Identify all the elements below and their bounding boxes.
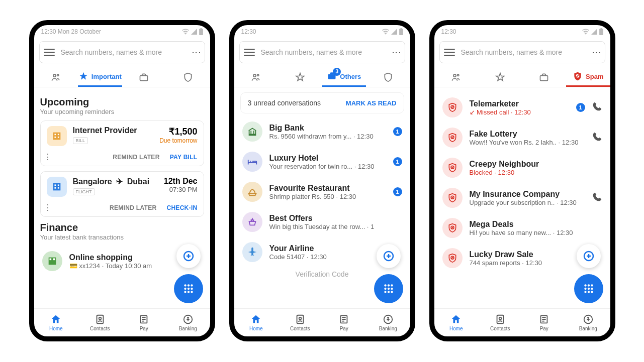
- row-title: Best Offers: [269, 214, 402, 223]
- spam-shield-icon: [442, 188, 463, 208]
- menu-icon[interactable]: [244, 49, 255, 56]
- checkin-button[interactable]: CHECK-IN: [166, 204, 197, 211]
- star-icon: [78, 71, 88, 81]
- svg-point-64: [584, 284, 586, 286]
- tab-others[interactable]: [122, 67, 166, 87]
- shield-icon: [183, 72, 193, 82]
- search-bar[interactable]: Search numbers, names & more ⋮: [439, 41, 605, 63]
- svg-point-38: [384, 284, 386, 286]
- pay-bill-button[interactable]: PAY BILL: [170, 154, 198, 161]
- tab-important[interactable]: [478, 67, 522, 87]
- list-item[interactable]: Fake Lottery Wow!! You've won Rs. 2 lakh…: [440, 123, 604, 153]
- tab-badge: 3: [333, 68, 341, 76]
- list-item[interactable]: Mega Deals Hi! you have so many new... ·…: [440, 213, 604, 243]
- nav-home[interactable]: Home: [234, 309, 279, 336]
- nav-contacts[interactable]: Contacts: [78, 309, 122, 336]
- tab-others[interactable]: 3 Others: [322, 67, 366, 87]
- nav-home[interactable]: Home: [34, 309, 78, 336]
- status-bar: 12:30: [434, 25, 610, 38]
- svg-rect-9: [57, 137, 59, 138]
- list-item[interactable]: Big Bank Rs. 9560 withdrawn from y... · …: [240, 116, 404, 147]
- menu-icon[interactable]: [44, 49, 55, 56]
- list-item[interactable]: Creepy Neighbour Blocked · 12:30: [440, 153, 604, 183]
- content-spam: Telemarketer ↙ Missed call · 12:30 1 Fak…: [434, 87, 610, 308]
- tab-spam[interactable]: [166, 67, 210, 87]
- list-item[interactable]: Best Offers Win big this Tuesday at the …: [240, 207, 404, 237]
- new-chat-fab[interactable]: [577, 244, 601, 268]
- search-bar[interactable]: Search numbers, names & more ⋮: [39, 41, 205, 63]
- tab-important[interactable]: Important: [78, 67, 122, 87]
- svg-point-74: [499, 317, 501, 320]
- svg-point-43: [391, 288, 393, 290]
- tab-personal[interactable]: [434, 67, 479, 87]
- card-date: 12th Dec: [164, 177, 198, 186]
- row-sub: Your reservation for twin ro... · 12:30: [269, 163, 386, 170]
- category-tabs: Important: [34, 67, 210, 87]
- card-time: 07:30 PM: [164, 186, 198, 193]
- search-input[interactable]: Search numbers, names & more: [61, 48, 187, 56]
- tab-important[interactable]: [278, 67, 322, 87]
- more-icon[interactable]: ⋮: [391, 48, 402, 56]
- card-more-icon[interactable]: ⋮: [44, 152, 52, 162]
- status-bar: 12:30: [234, 25, 410, 38]
- tab-personal[interactable]: [234, 67, 279, 87]
- phone-icon: [592, 132, 602, 144]
- nav-contacts[interactable]: Contacts: [478, 309, 522, 336]
- nav-banking[interactable]: Banking: [566, 309, 610, 336]
- nav-home[interactable]: Home: [434, 309, 479, 336]
- tab-spam[interactable]: Spam: [566, 67, 610, 87]
- tab-others[interactable]: [522, 67, 567, 87]
- nav-contacts[interactable]: Contacts: [278, 309, 322, 336]
- svg-rect-1: [200, 28, 202, 29]
- remind-later-button[interactable]: REMIND LATER: [110, 204, 156, 211]
- status-time: 12:30: [441, 28, 456, 35]
- dialpad-fab[interactable]: [374, 274, 403, 303]
- svg-rect-4: [140, 75, 148, 80]
- signal-icon: [191, 29, 197, 35]
- card-route: Bangalore ✈ Dubai: [73, 177, 150, 186]
- menu-icon[interactable]: [444, 49, 455, 56]
- svg-point-45: [387, 291, 389, 293]
- dialpad-fab[interactable]: [574, 274, 603, 303]
- svg-point-67: [584, 288, 586, 290]
- category-icon: [242, 182, 262, 202]
- reminder-card-bill[interactable]: Internet Provider BILL ₹1,500 Due tomorr…: [40, 120, 204, 166]
- svg-point-27: [191, 291, 193, 293]
- phone-icon: [592, 101, 602, 113]
- dialpad-fab[interactable]: [174, 274, 203, 303]
- phone-important: 12:30 Mon 28 October Search numbers, nam…: [29, 20, 215, 341]
- list-item[interactable]: Telemarketer ↙ Missed call · 12:30 1: [440, 92, 604, 123]
- svg-rect-0: [199, 29, 203, 35]
- list-item[interactable]: Luxury Hotel Your reservation for twin r…: [240, 147, 404, 177]
- nav-pay[interactable]: Pay: [322, 309, 366, 336]
- list-item[interactable]: Favourite Restaurant Shrimp platter Rs. …: [240, 177, 404, 207]
- reminder-card-flight[interactable]: Bangalore ✈ Dubai FLIGHT 12th Dec 07:30 …: [40, 171, 204, 217]
- search-input[interactable]: Search numbers, names & more: [461, 48, 587, 56]
- row-title: Telemarketer: [470, 99, 569, 108]
- svg-point-69: [591, 288, 593, 290]
- mark-read-button[interactable]: MARK AS READ: [346, 99, 397, 107]
- nav-banking[interactable]: Banking: [366, 309, 410, 336]
- new-chat-fab[interactable]: [176, 244, 201, 268]
- content-important: Upcoming Your upcoming reminders Interne…: [34, 87, 210, 308]
- nav-pay[interactable]: Pay: [522, 309, 567, 336]
- more-icon[interactable]: ⋮: [591, 48, 602, 56]
- search-input[interactable]: Search numbers, names & more: [261, 48, 387, 56]
- spam-shield-icon: [442, 158, 463, 178]
- tab-spam[interactable]: [366, 67, 410, 87]
- search-bar[interactable]: Search numbers, names & more ⋮: [239, 41, 405, 63]
- unread-badge: 1: [393, 127, 402, 136]
- unread-badge: 1: [393, 187, 402, 196]
- nav-banking[interactable]: Banking: [166, 309, 210, 336]
- more-icon[interactable]: ⋮: [191, 48, 202, 56]
- svg-point-22: [184, 288, 186, 290]
- new-chat-fab[interactable]: [377, 244, 401, 268]
- remind-later-button[interactable]: REMIND LATER: [113, 154, 159, 161]
- bottom-nav: Home Contacts Pay Banking: [234, 308, 410, 336]
- nav-pay[interactable]: Pay: [122, 309, 166, 336]
- svg-point-2: [53, 74, 56, 77]
- briefcase-icon: [139, 72, 149, 82]
- list-item[interactable]: My Insurance Company Upgrade your subscr…: [440, 183, 604, 213]
- card-more-icon[interactable]: ⋮: [44, 203, 52, 212]
- tab-personal[interactable]: [34, 67, 78, 87]
